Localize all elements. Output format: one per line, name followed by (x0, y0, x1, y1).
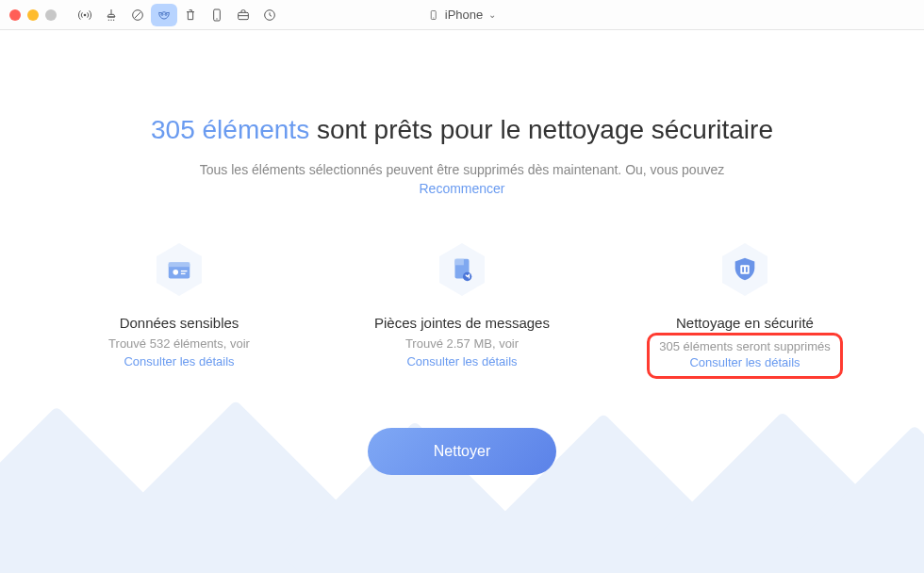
titlebar: iPhone ⌄ (0, 0, 924, 30)
svg-rect-10 (169, 263, 190, 268)
highlighted-details: 305 éléments seront supprimés Consulter … (647, 333, 842, 379)
svg-rect-19 (740, 265, 749, 273)
card-icon-wrap (149, 239, 209, 300)
toolbar (72, 4, 283, 26)
details-link-secure[interactable]: Consulter les détails (689, 355, 800, 369)
minimize-window-button[interactable] (27, 9, 39, 21)
clean-brush-icon[interactable] (98, 4, 124, 26)
page-subtitle: Tous les éléments sélectionnés peuvent ê… (0, 162, 924, 177)
svg-rect-21 (746, 267, 748, 272)
block-icon[interactable] (124, 4, 151, 26)
phone-icon (428, 8, 439, 22)
svg-rect-20 (742, 267, 744, 272)
card-found-text: 305 éléments seront supprimés (659, 339, 830, 353)
device-selector[interactable]: iPhone ⌄ (428, 8, 496, 22)
id-card-icon (164, 254, 194, 285)
card-found-text: Trouvé 2.57 MB, voir (405, 336, 519, 351)
close-window-button[interactable] (9, 9, 21, 21)
svg-rect-13 (181, 273, 186, 274)
broadcast-icon[interactable] (72, 4, 98, 26)
restart-link[interactable]: Recommencer (0, 181, 924, 196)
svg-rect-12 (181, 270, 188, 271)
shield-icon (730, 254, 760, 285)
card-message-attachments: Pièces jointes de messages Trouvé 2.57 M… (358, 239, 566, 379)
svg-point-2 (161, 13, 163, 15)
attachment-icon (447, 254, 477, 285)
privacy-mask-icon[interactable] (151, 4, 177, 26)
window-controls (9, 9, 57, 21)
svg-point-0 (84, 13, 87, 16)
svg-point-3 (165, 13, 167, 15)
device-label: iPhone (445, 8, 483, 22)
device-icon[interactable] (204, 4, 230, 26)
details-link-attachments[interactable]: Consulter les détails (406, 354, 517, 368)
maximize-window-button[interactable] (45, 9, 57, 21)
card-icon-wrap (432, 239, 492, 300)
details-link-sensitive[interactable]: Consulter les détails (124, 354, 234, 368)
main-content: 305 éléments sont prêts pour le nettoyag… (0, 30, 924, 475)
card-secure-clean: Nettoyage en sécurité 305 éléments seron… (641, 239, 849, 379)
card-found-text: Trouvé 532 éléments, voir (108, 336, 250, 351)
page-title: 305 éléments sont prêts pour le nettoyag… (0, 115, 924, 145)
cards-row: Données sensibles Trouvé 532 éléments, v… (0, 239, 924, 379)
briefcase-icon[interactable] (230, 4, 256, 26)
card-sensitive-data: Données sensibles Trouvé 532 éléments, v… (75, 239, 283, 379)
svg-rect-16 (455, 259, 464, 266)
trash-icon[interactable] (177, 4, 204, 26)
headline-rest: sont prêts pour le nettoyage sécuritaire (309, 115, 773, 144)
card-icon-wrap (715, 239, 775, 300)
headline-count: 305 éléments (151, 115, 309, 144)
chevron-down-icon: ⌄ (488, 9, 496, 20)
card-title: Nettoyage en sécurité (676, 315, 814, 331)
card-title: Pièces jointes de messages (374, 315, 550, 331)
card-title: Données sensibles (120, 315, 239, 331)
history-icon[interactable] (256, 4, 283, 26)
clean-button[interactable]: Nettoyer (368, 428, 556, 475)
svg-point-11 (173, 270, 178, 275)
